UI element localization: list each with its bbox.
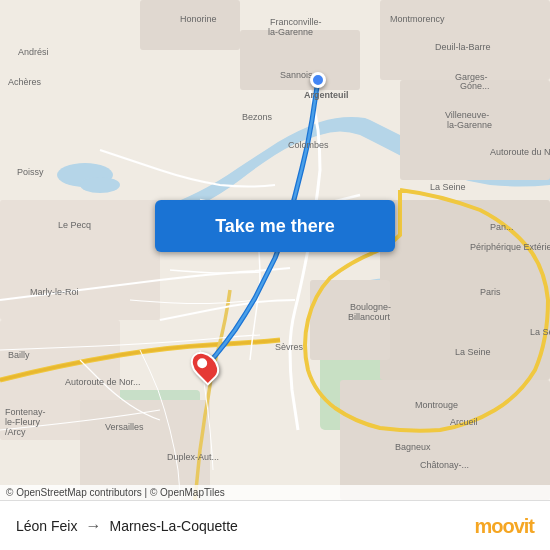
svg-text:Autoroute de Nor...: Autoroute de Nor...	[65, 377, 141, 387]
svg-text:Achères: Achères	[8, 77, 42, 87]
route-info: Léon Feix → Marnes-La-Coquette	[16, 517, 238, 535]
origin-label: Léon Feix	[16, 518, 77, 534]
svg-text:Sannois: Sannois	[280, 70, 313, 80]
svg-text:Bailly: Bailly	[8, 350, 30, 360]
destination-marker	[193, 350, 217, 382]
svg-rect-15	[0, 200, 160, 320]
svg-rect-13	[340, 380, 550, 500]
svg-text:La Seine: La Seine	[430, 182, 466, 192]
svg-text:Andrési: Andrési	[18, 47, 49, 57]
svg-text:Colombes: Colombes	[288, 140, 329, 150]
svg-text:Périphérique Extérieur: Périphérique Extérieur	[470, 242, 550, 252]
svg-text:Le Pecq: Le Pecq	[58, 220, 91, 230]
svg-text:Duplex-Aut...: Duplex-Aut...	[167, 452, 219, 462]
footer: Léon Feix → Marnes-La-Coquette moovit	[0, 500, 550, 550]
svg-text:Honorine: Honorine	[180, 14, 217, 24]
svg-text:Montrouge: Montrouge	[415, 400, 458, 410]
svg-text:Pan...: Pan...	[490, 222, 514, 232]
svg-text:La Seine: La Seine	[455, 347, 491, 357]
svg-rect-9	[140, 0, 240, 50]
svg-text:Marly-le-Roi: Marly-le-Roi	[30, 287, 79, 297]
destination-label: Marnes-La-Coquette	[109, 518, 237, 534]
moovit-logo: moovit	[474, 513, 534, 539]
svg-text:Poissy: Poissy	[17, 167, 44, 177]
svg-rect-10	[380, 0, 550, 80]
svg-rect-8	[240, 30, 360, 90]
svg-text:Deuil-la-Barre: Deuil-la-Barre	[435, 42, 491, 52]
take-me-there-button[interactable]: Take me there	[155, 200, 395, 252]
svg-text:Châtonay-...: Châtonay-...	[420, 460, 469, 470]
svg-text:Arcueil: Arcueil	[450, 417, 478, 427]
svg-text:Argenteuil: Argenteuil	[304, 90, 349, 100]
svg-text:Góne...: Góne...	[460, 81, 490, 91]
map-container: Franconville- la-Garenne Montmorency Deu…	[0, 0, 550, 500]
svg-text:Billancourt: Billancourt	[348, 312, 391, 322]
svg-text:Franconville-: Franconville-	[270, 17, 322, 27]
svg-text:Fontenay-: Fontenay-	[5, 407, 46, 417]
svg-text:Boulogne-: Boulogne-	[350, 302, 391, 312]
route-arrow-icon: →	[85, 517, 101, 535]
svg-text:Montmorency: Montmorency	[390, 14, 445, 24]
svg-text:la-Garenne: la-Garenne	[268, 27, 313, 37]
svg-text:Bezons: Bezons	[242, 112, 273, 122]
svg-text:/Arcy: /Arcy	[5, 427, 26, 437]
svg-point-2	[80, 177, 120, 193]
svg-text:la-Garenne: la-Garenne	[447, 120, 492, 130]
svg-text:Bagneux: Bagneux	[395, 442, 431, 452]
svg-rect-11	[400, 80, 550, 180]
svg-text:Versailles: Versailles	[105, 422, 144, 432]
svg-text:Paris: Paris	[480, 287, 501, 297]
svg-text:Villeneuve-: Villeneuve-	[445, 110, 489, 120]
svg-text:La Seine: La Seine	[530, 327, 550, 337]
svg-text:Sèvres: Sèvres	[275, 342, 304, 352]
svg-text:Autoroute du N...: Autoroute du N...	[490, 147, 550, 157]
map-attribution: © OpenStreetMap contributors | © OpenMap…	[0, 485, 550, 500]
origin-marker	[310, 72, 326, 88]
svg-text:le-Fleury: le-Fleury	[5, 417, 41, 427]
